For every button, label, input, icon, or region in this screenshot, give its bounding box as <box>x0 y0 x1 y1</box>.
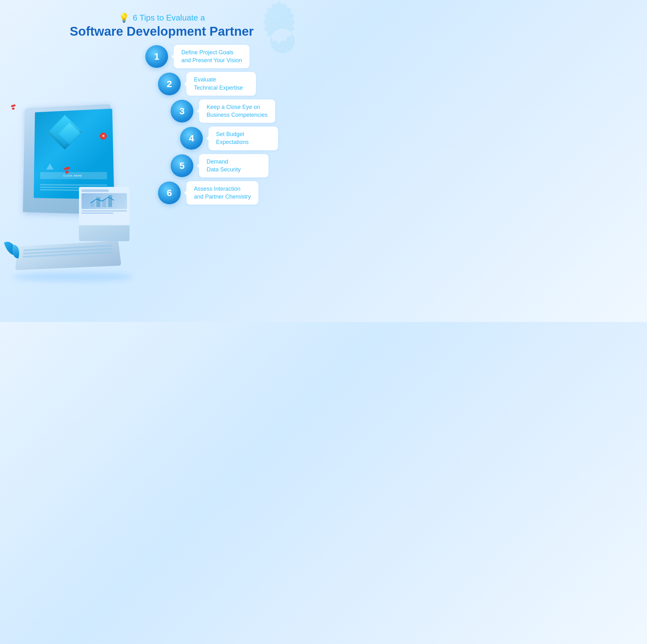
tip-bubble-3: 3 <box>170 100 193 123</box>
main-layout: ✕ CLICK HERE <box>0 42 324 301</box>
tip-item-3: 3Keep a Close Eye onBusiness Competencie… <box>170 99 314 123</box>
warning-bar <box>64 167 70 170</box>
tip-label-2: EvaluateTechnical Expertise <box>187 72 256 95</box>
tip-text-line2: Business Competencies <box>207 112 268 118</box>
tip-bubble-1: 1 <box>145 45 168 68</box>
tip-text-line1: Set Budget <box>216 131 244 137</box>
tip-label-6: Assess Interactionand Partner Chemistry <box>187 181 259 205</box>
svg-rect-3 <box>109 195 113 207</box>
laptop-wrapper: ✕ CLICK HERE <box>6 67 139 281</box>
small-screen-bar <box>81 213 114 214</box>
warning-bar <box>65 170 69 174</box>
small-screen-content <box>79 187 130 225</box>
tip-item-5: 5DemandData Security <box>170 154 314 177</box>
tip-text-line1: Evaluate <box>194 76 216 83</box>
small-screen-bar <box>81 210 127 212</box>
svg-rect-2 <box>102 199 106 207</box>
tip-text-line1: Keep a Close Eye on <box>207 104 260 110</box>
tip-text-line2: Data Security <box>207 166 241 173</box>
tip-bubble-6: 6 <box>158 181 181 204</box>
tip-text-line1: Assess Interaction <box>194 186 240 192</box>
small-laptop <box>79 187 136 250</box>
tip-item-1: 1Define Project Goalsand Present Your Vi… <box>145 45 314 68</box>
tip-text-line2: Technical Expertise <box>194 85 243 91</box>
close-x-button: ✕ <box>100 133 107 140</box>
warning-icon-1 <box>11 105 15 109</box>
tip-bubble-4: 4 <box>180 127 203 150</box>
tip-bubble-2: 2 <box>158 73 181 95</box>
tip-label-4: Set BudgetExpectations <box>209 127 278 150</box>
header-subtitle: 💡 6 Tips to Evaluate a <box>0 13 324 23</box>
tip-text-line1: Demand <box>207 158 228 165</box>
tip-text-line2: and Present Your Vision <box>181 57 242 64</box>
tip-label-1: Define Project Goalsand Present Your Vis… <box>174 45 249 68</box>
header-title: Software Development Partner <box>0 24 324 38</box>
page-header: 💡 6 Tips to Evaluate a Software Developm… <box>0 0 324 38</box>
laptop-illustration-section: ✕ CLICK HERE <box>0 42 145 301</box>
small-laptop-screen <box>79 187 130 225</box>
header-subtitle-text: 6 Tips to Evaluate a <box>133 13 205 23</box>
tip-text-line1: Define Project Goals <box>181 49 233 56</box>
tip-item-4: 4Set BudgetExpectations <box>180 127 314 150</box>
screen-content: CLICK HERE <box>34 108 114 199</box>
screen-click-bar: CLICK HERE <box>40 172 107 179</box>
tip-bubble-5: 5 <box>170 154 193 177</box>
small-screen-bars <box>81 210 127 214</box>
screen-triangle <box>46 163 53 169</box>
tips-section: 1Define Project Goalsand Present Your Vi… <box>145 42 324 301</box>
tip-item-2: 2EvaluateTechnical Expertise <box>158 72 314 95</box>
small-chart <box>81 193 127 209</box>
svg-rect-1 <box>96 197 100 207</box>
warning-bar <box>12 107 14 110</box>
tip-item-6: 6Assess Interactionand Partner Chemistry <box>158 181 314 205</box>
small-screen-image <box>81 193 127 209</box>
tip-text-line2: and Partner Chemistry <box>194 193 251 200</box>
warning-bar <box>11 104 15 107</box>
laptop-shadow <box>13 272 133 281</box>
laptop-screen-display: CLICK HERE <box>34 108 114 199</box>
screen-line <box>40 184 107 186</box>
tip-label-3: Keep a Close Eye onBusiness Competencies <box>199 99 275 123</box>
warning-icon-2 <box>64 167 70 174</box>
tip-label-5: DemandData Security <box>199 154 269 177</box>
small-laptop-keyboard <box>79 225 130 241</box>
bulb-icon: 💡 <box>119 13 130 23</box>
small-screen-header <box>81 189 109 192</box>
tip-text-line2: Expectations <box>216 139 248 145</box>
